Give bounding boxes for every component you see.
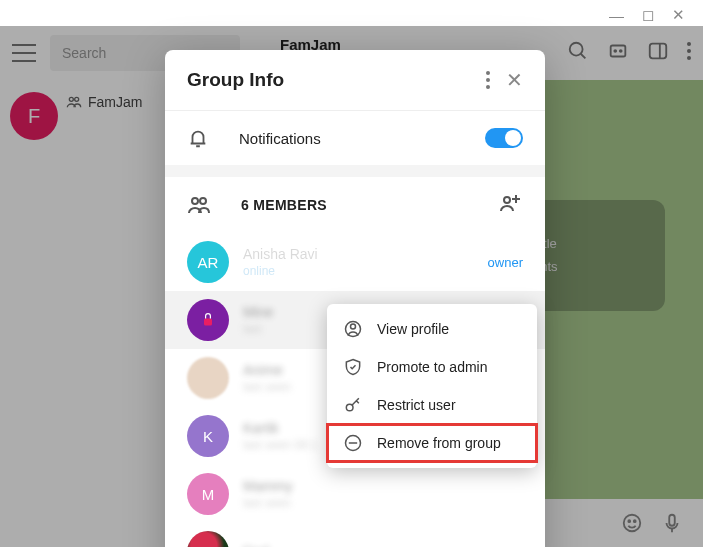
search-icon[interactable] (567, 40, 589, 62)
member-name: Mammy (243, 478, 523, 494)
svg-rect-12 (669, 515, 675, 526)
member-status: online (243, 264, 474, 278)
svg-point-3 (614, 50, 616, 52)
svg-point-14 (192, 198, 198, 204)
svg-point-9 (624, 515, 641, 532)
member-row[interactable]: Dad (165, 523, 545, 547)
bell-icon (187, 127, 209, 149)
remove-icon (343, 433, 363, 453)
key-icon (343, 395, 363, 415)
bot-icon[interactable] (607, 40, 629, 62)
svg-point-11 (634, 520, 636, 522)
menu-promote-admin[interactable]: Promote to admin (327, 348, 537, 386)
notifications-toggle[interactable] (485, 128, 523, 148)
modal-more-icon[interactable] (486, 71, 490, 89)
member-status: last seen (243, 496, 523, 510)
members-count-label: 6 MEMBERS (241, 197, 469, 213)
modal-header: Group Info ✕ (165, 50, 545, 110)
notifications-label: Notifications (239, 130, 455, 147)
menu-label: View profile (377, 321, 449, 337)
svg-point-18 (504, 197, 510, 203)
svg-point-8 (75, 97, 79, 101)
add-member-button[interactable] (499, 193, 523, 217)
modal-close-icon[interactable]: ✕ (506, 68, 523, 92)
more-icon[interactable] (687, 40, 691, 62)
owner-badge: owner (488, 255, 523, 270)
svg-line-1 (581, 54, 586, 59)
svg-point-0 (570, 43, 583, 56)
window-controls: — ◻ ✕ (609, 0, 703, 30)
group-info-modal: Group Info ✕ Notifications 6 MEMBERS AR … (165, 50, 545, 547)
sidebar-item-famjam[interactable]: FamJam (66, 94, 142, 110)
svg-rect-2 (611, 46, 626, 57)
avatar (187, 531, 229, 547)
svg-rect-19 (204, 318, 212, 325)
hint-text: ghts (533, 255, 647, 278)
menu-label: Remove from group (377, 435, 501, 451)
avatar (187, 357, 229, 399)
sidebar-item-label: FamJam (88, 94, 142, 110)
member-row[interactable]: AR Anisha Ravi online owner (165, 233, 545, 291)
section-gap (165, 165, 545, 177)
avatar: M (187, 473, 229, 515)
member-row[interactable]: M Mammy last seen (165, 465, 545, 523)
avatar: AR (187, 241, 229, 283)
menu-view-profile[interactable]: View profile (327, 310, 537, 348)
svg-point-22 (346, 404, 353, 411)
sidepanel-icon[interactable] (647, 40, 669, 62)
maximize-button[interactable]: ◻ (642, 6, 654, 24)
svg-rect-5 (650, 44, 667, 59)
sidebar-avatar[interactable]: F (10, 92, 58, 140)
menu-icon[interactable] (12, 44, 36, 62)
menu-label: Restrict user (377, 397, 456, 413)
svg-point-21 (351, 324, 356, 329)
profile-icon (343, 319, 363, 339)
avatar (187, 299, 229, 341)
group-icon (66, 95, 82, 109)
members-header: 6 MEMBERS (165, 177, 545, 233)
mic-icon[interactable] (661, 512, 683, 534)
svg-point-10 (628, 520, 630, 522)
notifications-row: Notifications (165, 111, 545, 165)
modal-title: Group Info (187, 69, 470, 91)
minimize-button[interactable]: — (609, 7, 624, 24)
svg-point-4 (620, 50, 622, 52)
member-info: Anisha Ravi online (243, 246, 474, 278)
emoji-icon[interactable] (621, 512, 643, 534)
context-menu: View profile Promote to admin Restrict u… (327, 304, 537, 468)
members-icon (187, 195, 211, 215)
menu-restrict-user[interactable]: Restrict user (327, 386, 537, 424)
menu-remove-from-group[interactable]: Remove from group (327, 424, 537, 462)
menu-label: Promote to admin (377, 359, 488, 375)
lock-icon (198, 312, 218, 328)
close-window-button[interactable]: ✕ (672, 6, 685, 24)
top-icons (567, 40, 691, 62)
svg-point-7 (69, 97, 73, 101)
svg-point-15 (200, 198, 206, 204)
member-name: Anisha Ravi (243, 246, 474, 262)
shield-icon (343, 357, 363, 377)
hint-text: /title (533, 232, 647, 255)
member-info: Mammy last seen (243, 478, 523, 510)
avatar: K (187, 415, 229, 457)
